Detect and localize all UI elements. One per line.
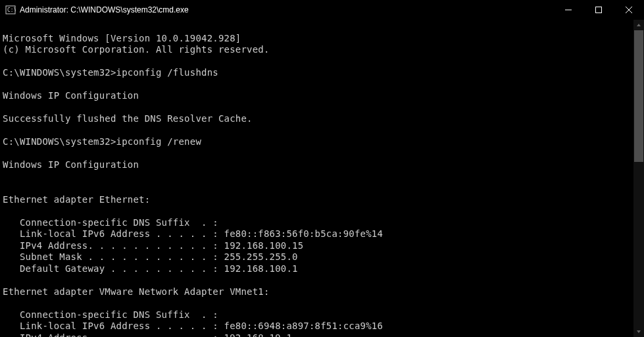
scroll-up-arrow[interactable]	[633, 20, 644, 30]
property-line: Link-local IPv6 Address . . . . . : fe80…	[3, 321, 383, 331]
output-line: Windows IP Configuration	[3, 159, 139, 170]
property-line: Subnet Mask . . . . . . . . . . . : 255.…	[3, 251, 298, 262]
property-line: Default Gateway . . . . . . . . . : 192.…	[3, 263, 298, 274]
property-line: Connection-specific DNS Suffix . :	[3, 309, 218, 320]
adapter-title: Ethernet adapter VMware Network Adapter …	[3, 286, 270, 297]
prompt-line: C:\WINDOWS\system32>ipconfig /flushdns	[3, 67, 218, 78]
scrollbar-thumb[interactable]	[634, 30, 643, 162]
property-line: IPv4 Address. . . . . . . . . . . : 192.…	[3, 332, 292, 338]
terminal-output[interactable]: Microsoft Windows [Version 10.0.19042.92…	[0, 20, 644, 337]
adapter-title: Ethernet adapter Ethernet:	[3, 194, 150, 205]
scroll-down-arrow[interactable]	[633, 326, 644, 337]
maximize-button[interactable]	[583, 0, 614, 20]
window-controls	[553, 0, 644, 20]
prompt-line: C:\WINDOWS\system32>ipconfig /renew	[3, 136, 201, 147]
scrollbar[interactable]	[633, 20, 644, 337]
property-line: Connection-specific DNS Suffix . :	[3, 217, 218, 228]
svg-rect-3	[596, 7, 602, 13]
output-line: Microsoft Windows [Version 10.0.19042.92…	[3, 33, 241, 43]
property-line: IPv4 Address. . . . . . . . . . . : 192.…	[3, 240, 303, 251]
close-button[interactable]	[614, 0, 644, 20]
svg-text:C:\: C:\	[7, 7, 16, 13]
output-line: Windows IP Configuration	[3, 90, 139, 101]
property-line: Link-local IPv6 Address . . . . . : fe80…	[3, 228, 383, 239]
output-line: Successfully flushed the DNS Resolver Ca…	[3, 113, 253, 124]
titlebar[interactable]: C:\ Administrator: C:\WINDOWS\system32\c…	[0, 0, 644, 20]
window-title: Administrator: C:\WINDOWS\system32\cmd.e…	[20, 5, 553, 14]
minimize-button[interactable]	[553, 0, 583, 20]
svg-marker-7	[637, 330, 641, 333]
output-line: (c) Microsoft Corporation. All rights re…	[3, 44, 270, 55]
svg-marker-6	[637, 24, 641, 26]
cmd-icon: C:\	[5, 5, 16, 15]
